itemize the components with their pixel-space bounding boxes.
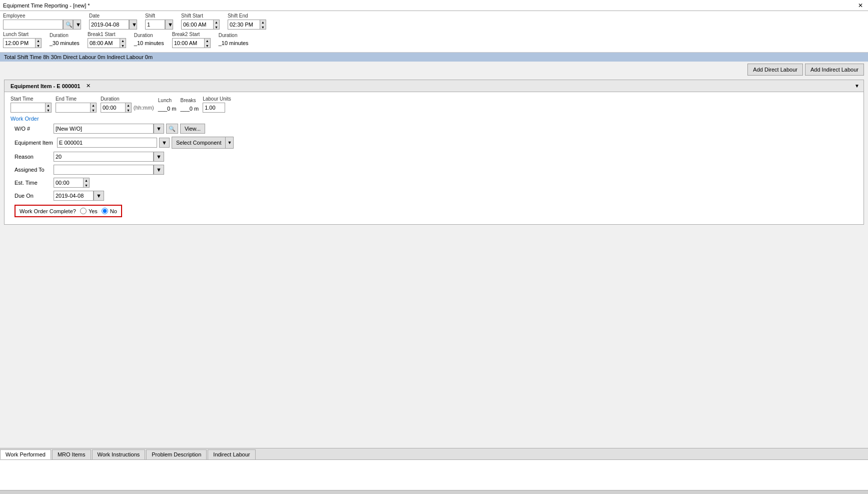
break1-duration-label: Duration <box>134 33 164 38</box>
shift-end-down[interactable]: ▼ <box>260 25 266 30</box>
lunch-start-group: Lunch Start ▲ ▼ <box>3 32 42 48</box>
break2-start-input[interactable] <box>172 38 205 48</box>
start-time-input[interactable] <box>11 103 46 113</box>
duration-spinner[interactable]: ▲ ▼ <box>126 103 132 113</box>
est-time-input[interactable] <box>54 178 84 188</box>
shift-dropdown-button[interactable]: ▼ <box>165 20 173 30</box>
break1-start-input[interactable] <box>88 38 120 48</box>
add-direct-labour-button[interactable]: Add Direct Labour <box>747 64 803 76</box>
employee-search-button[interactable]: 🔍 <box>63 20 73 30</box>
lunch-start-up[interactable]: ▲ <box>36 39 41 44</box>
lunch-start-down[interactable]: ▼ <box>36 44 41 49</box>
employee-dropdown-button[interactable]: ▼ <box>73 20 81 30</box>
lunch-start-spinner[interactable]: ▲ ▼ <box>36 38 42 48</box>
start-time-group: Start Time ▲ ▼ <box>11 96 52 113</box>
equipment-tab-close[interactable]: ✕ <box>86 83 91 89</box>
due-on-dropdown-button[interactable]: ▼ <box>94 191 104 201</box>
reason-label: Reason <box>15 154 50 160</box>
shift-start-input[interactable] <box>181 20 214 30</box>
est-time-down[interactable]: ▼ <box>84 183 89 188</box>
tab-problem-description[interactable]: Problem Description <box>146 449 207 459</box>
shift-input[interactable] <box>145 20 165 30</box>
break2-start-label: Break2 Start <box>172 32 211 37</box>
start-time-input-group: ▲ ▼ <box>11 103 52 113</box>
break1-start-down[interactable]: ▼ <box>120 44 126 49</box>
break2-duration-label: Duration <box>219 33 249 38</box>
equipment-tab-panel: Equipment Item - E 000001 ✕ ▼ Start Time… <box>4 80 864 225</box>
horizontal-scrollbar[interactable] <box>0 490 868 494</box>
equipment-item-input[interactable] <box>57 138 157 148</box>
shift-start-down[interactable]: ▼ <box>214 25 219 30</box>
labour-units-input[interactable] <box>203 103 225 113</box>
start-time-down[interactable]: ▼ <box>46 108 51 113</box>
due-on-input[interactable] <box>54 191 94 201</box>
equipment-item-dropdown-button[interactable]: ▼ <box>159 138 170 148</box>
start-time-spinner[interactable]: ▲ ▼ <box>46 103 52 113</box>
lunch-field-group: Lunch ___0 m <box>158 98 177 112</box>
duration-input[interactable] <box>101 103 126 113</box>
break2-start-spinner[interactable]: ▲ ▼ <box>205 38 211 48</box>
break2-start-down[interactable]: ▼ <box>205 44 210 49</box>
tab-mro-items[interactable]: MRO Items <box>52 449 91 459</box>
break1-start-spinner[interactable]: ▲ ▼ <box>120 38 126 48</box>
end-time-input[interactable] <box>56 103 91 113</box>
duration-up[interactable]: ▲ <box>126 103 131 108</box>
window-close-button[interactable]: ✕ <box>856 2 865 9</box>
date-dropdown-button[interactable]: ▼ <box>129 20 137 30</box>
equipment-item-row: Equipment Item ▼ Select Component ▼ <box>15 137 857 149</box>
break1-start-up[interactable]: ▲ <box>120 39 126 44</box>
est-time-spinner[interactable]: ▲ ▼ <box>84 178 90 188</box>
est-time-input-group: ▲ ▼ <box>54 178 90 188</box>
shift-start-spinner[interactable]: ▲ ▼ <box>214 20 220 30</box>
end-time-down[interactable]: ▼ <box>91 108 96 113</box>
due-on-input-group: ▼ <box>54 191 104 201</box>
shift-end-spinner[interactable]: ▲ ▼ <box>260 20 266 30</box>
assigned-to-dropdown-button[interactable]: ▼ <box>154 165 164 175</box>
shift-end-input[interactable] <box>228 20 260 30</box>
equipment-tab-title: Equipment Item - E 000001 <box>7 83 84 89</box>
header-bar: Employee 🔍 ▼ Date ▼ Shift ▼ Shift S <box>0 11 868 53</box>
add-indirect-labour-button[interactable]: Add Indirect Labour <box>805 64 864 76</box>
end-time-up[interactable]: ▲ <box>91 103 96 108</box>
shift-start-up[interactable]: ▲ <box>214 20 219 25</box>
duration-unit-label: (hh:mm) <box>134 105 154 111</box>
assigned-to-input[interactable] <box>54 165 154 175</box>
assigned-to-label: Assigned To <box>15 167 50 173</box>
assigned-to-row: Assigned To ▼ <box>15 165 857 175</box>
wo-number-label: W/O # <box>15 126 50 132</box>
start-time-up[interactable]: ▲ <box>46 103 51 108</box>
wo-view-button[interactable]: View... <box>180 124 205 134</box>
employee-input[interactable] <box>3 20 63 30</box>
end-time-spinner[interactable]: ▲ ▼ <box>91 103 97 113</box>
reason-input[interactable] <box>54 152 154 162</box>
duration-down[interactable]: ▼ <box>126 108 131 113</box>
tab-work-instructions[interactable]: Work Instructions <box>92 449 146 459</box>
select-component-split-button[interactable]: ▼ <box>226 137 234 149</box>
duration-label: Duration <box>101 96 154 102</box>
shift-end-up[interactable]: ▲ <box>260 20 266 25</box>
tab-indirect-labour[interactable]: Indirect Labour <box>208 449 255 459</box>
tab-work-performed[interactable]: Work Performed <box>0 449 51 459</box>
bottom-tabs: Work Performed MRO Items Work Instructio… <box>0 448 868 494</box>
main-content: Equipment Item - E 000001 ✕ ▼ Start Time… <box>0 78 868 428</box>
wo-complete-no-radio[interactable] <box>102 208 108 214</box>
wo-select-group: ▼ <box>54 124 164 134</box>
wo-dropdown-button[interactable]: ▼ <box>154 124 164 134</box>
shift-start-label: Shift Start <box>181 13 220 19</box>
break2-start-up[interactable]: ▲ <box>205 39 210 44</box>
wo-number-input[interactable] <box>54 124 154 134</box>
wo-search-button[interactable]: 🔍 <box>166 124 178 134</box>
date-label: Date <box>89 13 137 19</box>
work-order-link[interactable]: Work Order <box>11 116 857 122</box>
reason-dropdown-button[interactable]: ▼ <box>154 152 164 162</box>
date-input[interactable] <box>89 20 129 30</box>
equipment-tab-arrow[interactable]: ▼ <box>852 83 861 89</box>
lunch-start-input[interactable] <box>3 38 36 48</box>
equipment-item-input-group: ▼ Select Component ▼ <box>57 137 234 149</box>
wo-complete-yes-radio[interactable] <box>80 208 87 214</box>
bottom-tab-bar: Work Performed MRO Items Work Instructio… <box>0 448 868 460</box>
wo-number-input-group: ▼ 🔍 View... <box>54 124 205 134</box>
select-component-button[interactable]: Select Component <box>172 137 226 149</box>
est-time-up[interactable]: ▲ <box>84 178 89 183</box>
work-order-complete-label: Work Order Complete? <box>20 208 76 214</box>
